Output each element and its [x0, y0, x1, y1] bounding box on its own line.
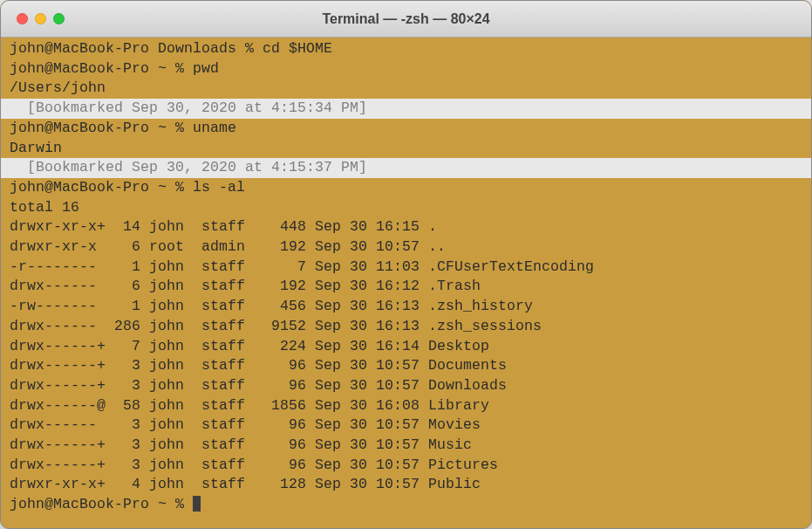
output-line: drwx------@ 58 john staff 1856 Sep 30 16… — [1, 396, 811, 416]
output-line: drwx------ 286 john staff 9152 Sep 30 16… — [1, 317, 811, 337]
output-line: drwx------ 3 john staff 96 Sep 30 10:57 … — [1, 416, 811, 436]
window-title: Terminal — -zsh — 80×24 — [1, 11, 811, 27]
minimize-button[interactable] — [35, 13, 46, 24]
output-line: drwx------+ 3 john staff 96 Sep 30 10:57… — [1, 356, 811, 376]
output-line: drwx------+ 7 john staff 224 Sep 30 16:1… — [1, 337, 811, 357]
output-line: drwx------+ 3 john staff 96 Sep 30 10:57… — [1, 456, 811, 476]
bookmark-line: [Bookmarked Sep 30, 2020 at 4:15:34 PM] — [1, 99, 811, 119]
cursor — [193, 496, 201, 512]
output-line: -rw------- 1 john staff 456 Sep 30 16:13… — [1, 297, 811, 317]
traffic-lights — [1, 13, 65, 24]
output-line: drwx------+ 3 john staff 96 Sep 30 10:57… — [1, 436, 811, 456]
output-line: -r-------- 1 john staff 7 Sep 30 11:03 .… — [1, 258, 811, 278]
close-button[interactable] — [17, 13, 28, 24]
terminal-window: Terminal — -zsh — 80×24 john@MacBook-Pro… — [0, 0, 812, 529]
output-line: john@MacBook-Pro ~ % ls -al — [1, 178, 811, 198]
output-line: total 16 — [1, 198, 811, 218]
maximize-button[interactable] — [53, 13, 65, 24]
output-line: john@MacBook-Pro Downloads % cd $HOME — [1, 39, 811, 59]
output-line: drwx------ 6 john staff 192 Sep 30 16:12… — [1, 277, 811, 297]
output-line: Darwin — [1, 139, 811, 159]
terminal-content[interactable]: john@MacBook-Pro Downloads % cd $HOMEjoh… — [1, 38, 811, 515]
output-line: /Users/john — [1, 79, 811, 99]
output-line: drwxr-xr-x 6 root admin 192 Sep 30 10:57… — [1, 237, 811, 258]
bookmark-line: [Bookmarked Sep 30, 2020 at 4:15:37 PM] — [1, 158, 811, 178]
output-line: john@MacBook-Pro ~ % uname — [1, 119, 811, 139]
output-line: john@MacBook-Pro ~ % pwd — [1, 59, 811, 79]
output-line: drwx------+ 3 john staff 96 Sep 30 10:57… — [1, 376, 811, 396]
prompt-line: john@MacBook-Pro ~ % — [1, 495, 811, 515]
window-titlebar: Terminal — -zsh — 80×24 — [1, 1, 811, 38]
output-line: drwxr-xr-x+ 4 john staff 128 Sep 30 10:5… — [1, 475, 811, 495]
output-line: drwxr-xr-x+ 14 john staff 448 Sep 30 16:… — [1, 217, 811, 237]
